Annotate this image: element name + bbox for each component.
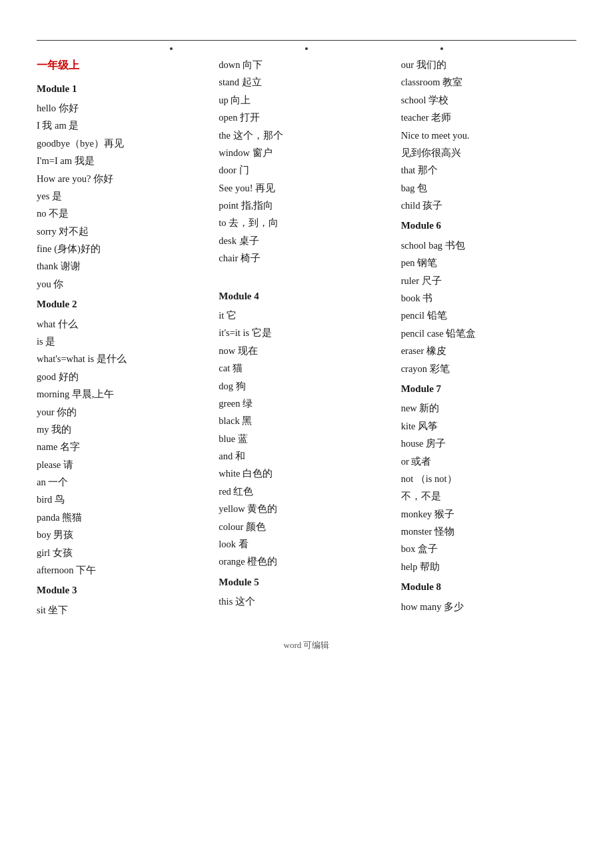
vocab-item: 见到你很高兴	[401, 145, 576, 161]
vocab-item: pencil 铅笔	[401, 307, 576, 324]
vocab-item: kite 风筝	[401, 418, 576, 435]
module-title: Module 7	[401, 381, 576, 398]
vocab-item: monster 怪物	[401, 523, 576, 540]
vocab-item: fine (身体)好的	[37, 241, 212, 257]
vocab-item: box 盒子	[401, 541, 576, 557]
module-title: Module 8	[401, 579, 576, 596]
vocab-item: I'm=I am 我是	[37, 153, 212, 169]
vocab-item: sorry 对不起	[37, 223, 212, 240]
section-title: 一年级上	[37, 57, 212, 74]
vocab-item: please 请	[37, 457, 212, 473]
vocab-item: orange 橙色的	[219, 553, 394, 570]
module-title: Module 3	[37, 582, 212, 599]
vocab-item: goodbye（bye）再见	[37, 135, 212, 152]
vocab-item: look 看	[219, 536, 394, 553]
vocab-item: house 房子	[401, 435, 576, 452]
vocab-item: crayon 彩笔	[401, 361, 576, 377]
vocab-item: my 我的	[37, 421, 212, 438]
vocab-item: school 学校	[401, 92, 576, 109]
vocab-item: teacher 老师	[401, 109, 576, 126]
vocab-item: yellow 黄色的	[219, 501, 394, 517]
vocab-item: now 现在	[219, 343, 394, 359]
spacer	[219, 268, 394, 285]
vocab-item: red 红色	[219, 483, 394, 500]
column-1: 一年级上Module 1hello 你好I 我 am 是goodbye（bye）…	[37, 57, 212, 619]
vocab-item: pencil case 铅笔盒	[401, 325, 576, 342]
top-border	[37, 40, 576, 41]
vocab-item: green 绿	[219, 395, 394, 412]
footer: word 可编辑	[37, 639, 576, 651]
vocab-item: pen 钢笔	[401, 255, 576, 271]
footer-text: word 可编辑	[284, 640, 330, 650]
vocab-item: classroom 教室	[401, 74, 576, 91]
vocab-item: up 向上	[219, 92, 394, 109]
vocab-item: morning 早晨,上午	[37, 386, 212, 403]
vocab-item: name 名字	[37, 439, 212, 455]
column-3: our 我们的classroom 教室school 学校teacher 老师Ni…	[401, 57, 576, 619]
vocab-item: an 一个	[37, 474, 212, 491]
vocab-item: thank 谢谢	[37, 258, 212, 275]
vocab-item: bird 鸟	[37, 491, 212, 508]
module-title: Module 4	[219, 288, 394, 305]
module-title: Module 5	[219, 574, 394, 591]
top-dots	[37, 47, 576, 50]
vocab-item: bag 包	[401, 180, 576, 197]
page: 一年级上Module 1hello 你好I 我 am 是goodbye（bye）…	[0, 0, 613, 868]
module-title: Module 1	[37, 81, 212, 98]
vocab-item: the 这个，那个	[219, 127, 394, 144]
vocab-item: what's=what is 是什么	[37, 351, 212, 367]
vocab-item: it's=it is 它是	[219, 325, 394, 341]
vocab-item: dog 狗	[219, 378, 394, 395]
dot-right	[440, 47, 443, 50]
vocab-item: colour 颜色	[219, 519, 394, 535]
vocab-item: this 这个	[219, 593, 394, 610]
vocab-item: good 好的	[37, 369, 212, 385]
vocab-item: panda 熊猫	[37, 509, 212, 526]
vocab-item: cat 猫	[219, 360, 394, 377]
module-title: Module 6	[401, 217, 576, 235]
vocab-item: chair 椅子	[219, 250, 394, 267]
vocab-item: to 去，到，向	[219, 215, 394, 231]
vocab-item: is 是	[37, 333, 212, 350]
vocab-item: what 什么	[37, 316, 212, 333]
vocab-item: school bag 书包	[401, 237, 576, 254]
vocab-item: blue 蓝	[219, 431, 394, 447]
vocab-item: window 窗户	[219, 145, 394, 161]
dot-center	[305, 47, 308, 50]
vocab-item: eraser 橡皮	[401, 343, 576, 359]
vocab-item: how many 多少	[401, 599, 576, 615]
vocab-item: yes 是	[37, 188, 212, 205]
vocab-item: it 它	[219, 307, 394, 324]
vocab-item: ruler 尺子	[401, 273, 576, 289]
vocab-item: stand 起立	[219, 74, 394, 91]
column-2: down 向下stand 起立up 向上open 打开the 这个，那个wind…	[219, 57, 394, 619]
vocab-item: and 和	[219, 448, 394, 465]
vocab-item: afternoon 下午	[37, 562, 212, 579]
vocab-item: Nice to meet you.	[401, 127, 576, 144]
vocab-item: sit 坐下	[37, 602, 212, 619]
vocab-item: hello 你好	[37, 100, 212, 117]
vocab-item: black 黑	[219, 413, 394, 429]
vocab-item: that 那个	[401, 162, 576, 179]
vocab-item: girl 女孩	[37, 545, 212, 561]
vocab-item: book 书	[401, 290, 576, 307]
vocab-item: our 我们的	[401, 57, 576, 73]
vocab-item: down 向下	[219, 57, 394, 73]
vocab-item: not （is not）	[401, 471, 576, 487]
vocab-item: open 打开	[219, 109, 394, 126]
vocab-item: I 我 am 是	[37, 117, 212, 134]
vocab-item: child 孩子	[401, 197, 576, 214]
vocab-item: new 新的	[401, 400, 576, 417]
vocab-item: desk 桌子	[219, 233, 394, 249]
vocab-item: monkey 猴子	[401, 506, 576, 523]
vocab-item: door 门	[219, 162, 394, 179]
vocab-item: 不，不是	[401, 488, 576, 505]
vocab-item: no 不是	[37, 205, 212, 222]
vocab-item: or 或者	[401, 453, 576, 470]
vocab-item: boy 男孩	[37, 527, 212, 543]
vocab-item: point 指,指向	[219, 197, 394, 214]
vocab-item: help 帮助	[401, 559, 576, 575]
vocab-item: white 白色的	[219, 465, 394, 482]
vocab-item: How are you? 你好	[37, 171, 212, 187]
module-title: Module 2	[37, 296, 212, 313]
